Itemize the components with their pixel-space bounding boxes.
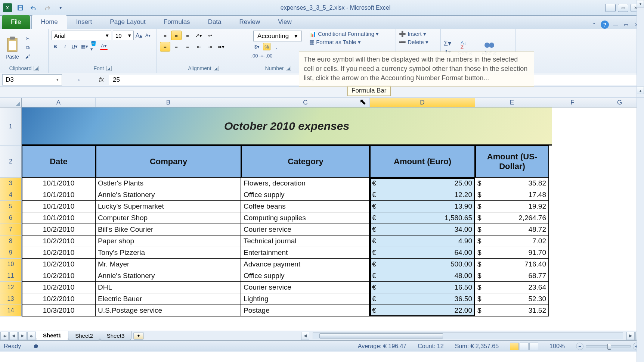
vscroll-up[interactable]: ▴ — [637, 87, 644, 94]
cell-category[interactable]: Courier service — [241, 224, 370, 235]
cell-usd[interactable]: $68.77 — [475, 270, 549, 282]
sheet-tab-2[interactable]: Sheet2 — [68, 331, 100, 340]
align-middle-button[interactable]: ≡ — [171, 31, 182, 40]
header-category[interactable]: Category — [241, 146, 370, 178]
cell-usd[interactable]: $48.72 — [475, 224, 549, 235]
worksheet-grid[interactable]: A B C D E F G 1 2 3 4 5 6 7 8 9 10 11 12… — [0, 98, 644, 331]
page-break-view-button[interactable] — [529, 343, 538, 350]
tab-data[interactable]: Data — [199, 15, 230, 29]
cell-company[interactable]: Tony's Pizzeria — [96, 247, 241, 259]
cell-category[interactable]: Courier service — [241, 282, 370, 293]
workbook-restore[interactable]: ▭ — [622, 21, 630, 28]
decrease-decimal-button[interactable]: ←.00 — [263, 52, 270, 59]
align-center-button[interactable]: ≡ — [171, 42, 182, 52]
font-size-select[interactable]: 10▾ — [113, 31, 134, 40]
number-dialog-launcher[interactable]: ◢ — [286, 66, 291, 71]
col-header-d[interactable]: D — [370, 98, 475, 107]
row-header-12[interactable]: 12 — [0, 282, 22, 293]
cell-date[interactable]: 10/2/2010 — [22, 224, 96, 235]
cell-date[interactable]: 10/1/2010 — [22, 212, 96, 224]
cell-company[interactable]: U.S.Postage service — [96, 305, 241, 316]
header-amount-usd[interactable]: Amount (US-Dollar) — [475, 146, 549, 178]
sheet-nav-next[interactable]: ▶ — [18, 332, 27, 340]
percent-format-button[interactable]: % — [263, 43, 270, 50]
paste-button[interactable]: Paste — [3, 35, 22, 60]
orientation-button[interactable]: ⤢▾ — [193, 31, 204, 40]
cell-category[interactable]: Postage — [241, 305, 370, 316]
title-cell[interactable]: October 2010 expenses — [22, 107, 552, 146]
sheet-tab-3[interactable]: Sheet3 — [100, 331, 132, 340]
col-header-c[interactable]: C — [241, 98, 370, 107]
cell-date[interactable]: 10/1/2010 — [22, 189, 96, 201]
cell-euro[interactable]: €34.00 — [370, 224, 475, 235]
cell-category[interactable]: Office supply — [241, 270, 370, 282]
cell-usd[interactable]: $35.82 — [475, 178, 549, 189]
hscroll-left[interactable]: ◀ — [301, 332, 309, 340]
redo-button[interactable] — [42, 3, 52, 13]
cut-button[interactable]: ✂ — [24, 35, 31, 43]
font-name-select[interactable]: Arial▾ — [52, 31, 111, 40]
formula-bar-expand[interactable]: ▾ — [637, 0, 644, 7]
new-sheet-button[interactable]: ✦ — [133, 332, 144, 340]
page-layout-view-button[interactable] — [520, 343, 529, 350]
cell-company[interactable]: Lucky's Supermarket — [96, 201, 241, 212]
row-header-1[interactable]: 1 — [0, 107, 22, 146]
cell-date[interactable]: 10/2/2010 — [22, 247, 96, 259]
col-header-e[interactable]: E — [475, 98, 549, 107]
sheet-nav-last[interactable]: ⏭ — [27, 332, 35, 340]
zoom-out-button[interactable]: − — [576, 343, 583, 350]
cell-usd[interactable]: $23.64 — [475, 282, 549, 293]
cell-euro[interactable]: €13.90 — [370, 201, 475, 212]
row-header-5[interactable]: 5 — [0, 201, 22, 212]
delete-cells-button[interactable]: ➖ Delete ▾ — [399, 39, 428, 46]
align-top-button[interactable]: ≡ — [160, 31, 170, 40]
merge-center-button[interactable]: ⬌▾ — [216, 42, 226, 52]
tab-home[interactable]: Home — [31, 15, 67, 29]
row-header-9[interactable]: 9 — [0, 247, 22, 259]
align-left-button[interactable]: ≡ — [160, 42, 170, 52]
decrease-indent-button[interactable]: ⇤ — [193, 42, 204, 52]
cell-category[interactable]: Entertainment — [241, 247, 370, 259]
cell-euro[interactable]: €36.50 — [370, 293, 475, 305]
cell-date[interactable]: 10/1/2010 — [22, 201, 96, 212]
minimize-ribbon-button[interactable]: ⌃ — [590, 21, 598, 28]
cell-euro[interactable]: €22.00 — [370, 305, 475, 316]
cell-euro[interactable]: €25.00 — [370, 178, 475, 189]
grow-font-button[interactable]: A▴ — [135, 32, 143, 39]
font-color-button[interactable]: A▾ — [100, 43, 108, 50]
tab-formulas[interactable]: Formulas — [155, 15, 199, 29]
cell-date[interactable]: 10/3/2010 — [22, 305, 96, 316]
cell-usd[interactable]: $31.52 — [475, 305, 549, 316]
increase-indent-button[interactable]: ⇥ — [205, 42, 215, 52]
copy-button[interactable]: ⧉ — [24, 44, 31, 52]
border-button[interactable]: ▦▾ — [81, 43, 88, 50]
cell-category[interactable]: Technical journal — [241, 235, 370, 247]
cell-date[interactable]: 10/2/2010 — [22, 293, 96, 305]
help-icon[interactable]: ? — [601, 21, 609, 29]
normal-view-button[interactable] — [510, 343, 519, 350]
cell-company[interactable]: Annie's Stationery — [96, 189, 241, 201]
accounting-format-button[interactable]: $▾ — [253, 43, 261, 50]
workbook-minimize[interactable]: — — [612, 21, 619, 28]
col-header-f[interactable]: F — [549, 98, 596, 107]
cell-euro[interactable]: €48.00 — [370, 270, 475, 282]
number-format-select[interactable]: Accounting▾ — [253, 31, 302, 41]
cell-date[interactable]: 10/2/2010 — [22, 282, 96, 293]
row-header-7[interactable]: 7 — [0, 224, 22, 235]
format-as-table-button[interactable]: ▦ Format as Table ▾ — [309, 39, 361, 46]
cell-date[interactable]: 10/2/2010 — [22, 259, 96, 270]
cell-usd[interactable]: $716.40 — [475, 259, 549, 270]
cell-euro[interactable]: €1,580.65 — [370, 212, 475, 224]
italic-button[interactable]: I — [61, 43, 69, 50]
row-header-3[interactable]: 3 — [0, 178, 22, 189]
row-header-2[interactable]: 2 — [0, 146, 22, 178]
cell-usd[interactable]: $19.92 — [475, 201, 549, 212]
clipboard-dialog-launcher[interactable]: ◢ — [34, 66, 39, 71]
header-amount-euro[interactable]: Amount (Euro) — [370, 146, 475, 178]
font-dialog-launcher[interactable]: ◢ — [106, 66, 112, 71]
macro-record-icon[interactable]: ⏺ — [32, 343, 40, 350]
cell-date[interactable]: 10/2/2010 — [22, 235, 96, 247]
increase-decimal-button[interactable]: .00→ — [253, 52, 261, 59]
header-company[interactable]: Company — [96, 146, 241, 178]
conditional-formatting-button[interactable]: 📊 Conditional Formatting ▾ — [309, 31, 379, 37]
